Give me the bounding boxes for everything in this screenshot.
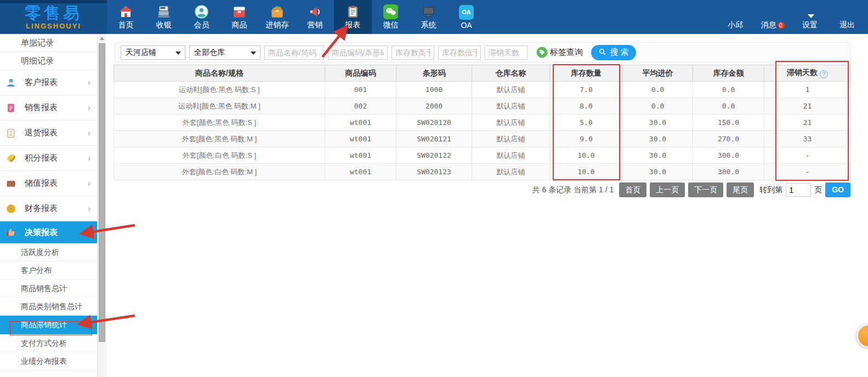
marketing-icon	[308, 4, 322, 19]
sidebar-group-label: 决策报表	[25, 227, 58, 238]
table-cell: 8.0	[550, 98, 623, 115]
goods-icon	[232, 4, 247, 19]
chevron-right-icon: ›	[88, 104, 90, 112]
nav-item-wechat[interactable]: 微信	[372, 0, 410, 34]
nav-item-label: 进销存	[266, 20, 289, 30]
table-row: 外套[颜色:黑色 码数:M ]wt001SW020121默认店铺9.030.02…	[114, 131, 851, 147]
nav-item-label: 系统	[421, 20, 436, 30]
usermenu-item-label: 设置	[802, 20, 818, 30]
sidebar-item[interactable]: 单据记录	[0, 34, 97, 52]
sidebar-group-customer-report[interactable]: 客户报表›	[0, 70, 97, 95]
table-cell: wt001	[325, 115, 396, 131]
sidebar-group-finance-report[interactable]: ¥财务报表›	[0, 196, 97, 221]
nav-item-inventory[interactable]: 进销存	[258, 0, 296, 34]
column-header: 库存数量	[550, 65, 623, 82]
nav-item-label: 营销	[308, 20, 323, 30]
goto-page-input[interactable]	[786, 183, 811, 197]
warehouse-select[interactable]: 全部仓库	[189, 45, 260, 60]
product-code-input[interactable]	[328, 45, 388, 60]
stored-value-report-icon	[5, 178, 16, 189]
column-header-label: 仓库名称	[496, 68, 526, 77]
usermenu-item-settings[interactable]: 设置	[791, 0, 829, 34]
chevron-down-icon	[251, 52, 256, 55]
sidebar-subitem[interactable]: 商品销售总计	[0, 279, 97, 298]
svg-text:¥: ¥	[10, 207, 13, 212]
app-logo[interactable]: 零售易 LINGSHOUYI	[0, 0, 107, 34]
sidebar-group-sales-report[interactable]: 销售报表›	[0, 95, 97, 121]
column-header-label: 滞销天数	[787, 68, 818, 77]
first-page-button[interactable]: 首页	[619, 182, 646, 197]
chevron-right-icon: ›	[88, 78, 90, 87]
sidebar-scrollbar[interactable]	[98, 34, 106, 377]
sales-report-icon	[5, 102, 16, 113]
goto-page-label: 转到第	[759, 185, 782, 195]
table-cell: 7.0	[550, 82, 623, 98]
nav-item-member[interactable]: 会员	[183, 0, 220, 34]
nav-item-system[interactable]: 系统	[410, 0, 447, 34]
sidebar-item[interactable]: 明细记录	[0, 52, 97, 70]
table-cell: 30.0	[623, 147, 693, 164]
table-cell: 21	[764, 115, 851, 131]
table-body: 运动鞋[颜色:黑色 码数:S ]0011000默认店铺7.00.00.01运动鞋…	[114, 82, 851, 180]
sidebar-subitem[interactable]: 支付方式分析	[0, 334, 97, 352]
table-cell: 0.0	[693, 82, 764, 98]
go-button[interactable]: GO	[825, 182, 850, 197]
nav-item-label: 报表	[345, 20, 361, 30]
table-row: 外套[颜色:黑色 码数:S ]wt001SW020120默认店铺5.030.01…	[114, 115, 851, 131]
search-button[interactable]: 搜 索	[591, 45, 636, 60]
table-header-row: 商品名称/规格商品编码条形码仓库名称库存数量平均进价库存金额滞销天数	[114, 65, 851, 82]
scrollbar-thumb[interactable]	[99, 43, 105, 342]
nav-item-report[interactable]: 报表	[334, 0, 372, 34]
member-icon	[194, 4, 209, 19]
last-page-button[interactable]: 尾页	[727, 182, 754, 197]
nav-item-cashier[interactable]: 收银	[145, 0, 183, 34]
table-cell: 10.0	[550, 147, 623, 164]
product-name-input[interactable]	[264, 45, 324, 60]
table-row: 外套[颜色:白色 码数:S ]wt001SW020122默认店铺10.030.0…	[114, 147, 851, 164]
table-cell: 默认店铺	[472, 131, 550, 147]
column-header-label: 条形码	[423, 68, 446, 77]
stock-above-input[interactable]	[392, 45, 434, 60]
table-cell: 300.0	[693, 147, 764, 164]
table-cell: wt001	[325, 164, 396, 180]
table-cell: 运动鞋[颜色:黑色 码数:M ]	[114, 98, 325, 115]
nav-item-goods[interactable]: 商品	[220, 0, 258, 34]
table-cell: -	[764, 147, 851, 164]
table-cell: 默认店铺	[472, 98, 550, 115]
sidebar-subitem[interactable]: 业绩分布报表	[0, 352, 97, 370]
slow-days-input[interactable]	[485, 45, 527, 60]
sidebar-group-label: 客户报表	[25, 77, 58, 88]
prev-page-button[interactable]: 上一页	[650, 182, 685, 197]
oa-icon: OA	[459, 5, 474, 20]
table-cell: SW020120	[396, 115, 472, 131]
sidebar-group-stored-value-report[interactable]: 储值报表›	[0, 171, 97, 196]
sidebar-subitem[interactable]: 活跃度分析	[0, 243, 97, 261]
nav-item-home[interactable]: 首页	[107, 0, 145, 34]
question-help-icon[interactable]	[820, 70, 828, 78]
usermenu-item-message[interactable]: 消息0	[754, 0, 791, 34]
table-cell: 002	[325, 98, 396, 115]
stock-below-input[interactable]	[438, 45, 481, 60]
nav-item-oa[interactable]: OAOA	[447, 0, 485, 34]
table-cell: 默认店铺	[472, 115, 550, 131]
pagination-bar: 共 6 条记录 当前第 1 / 1 首页上一页下一页尾页 转到第 页 GO	[114, 182, 850, 197]
floating-help-button[interactable]	[856, 324, 868, 348]
scrollbar-up-arrow-icon[interactable]	[98, 34, 106, 42]
chevron-right-icon: ›	[88, 179, 90, 188]
next-page-button[interactable]: 下一页	[688, 182, 723, 197]
app-logo-title: 零售易	[0, 4, 107, 22]
store-select[interactable]: 天河店铺	[121, 45, 185, 60]
table-cell: 001	[325, 82, 396, 98]
sidebar-group-label: 财务报表	[25, 203, 58, 214]
sidebar-group-decision-report[interactable]: 决策报表˅	[0, 221, 97, 243]
sidebar-group-label: 销售报表	[25, 102, 58, 113]
nav-item-marketing[interactable]: 营销	[296, 0, 334, 34]
tag-query-button[interactable]: 标签查询	[536, 46, 583, 59]
sidebar-group-points-report[interactable]: 积分报表›	[0, 146, 97, 171]
sidebar-subitem[interactable]: 客户分布	[0, 261, 97, 279]
sidebar-subitem[interactable]: 商品滞销统计	[0, 316, 97, 334]
sidebar-subitem[interactable]: 商品类别销售总计	[0, 298, 97, 316]
usermenu-item-logout[interactable]: 退出	[829, 0, 866, 34]
usermenu-item-user[interactable]: 小邱	[717, 0, 754, 34]
sidebar-group-return-report[interactable]: 退货报表›	[0, 121, 97, 146]
